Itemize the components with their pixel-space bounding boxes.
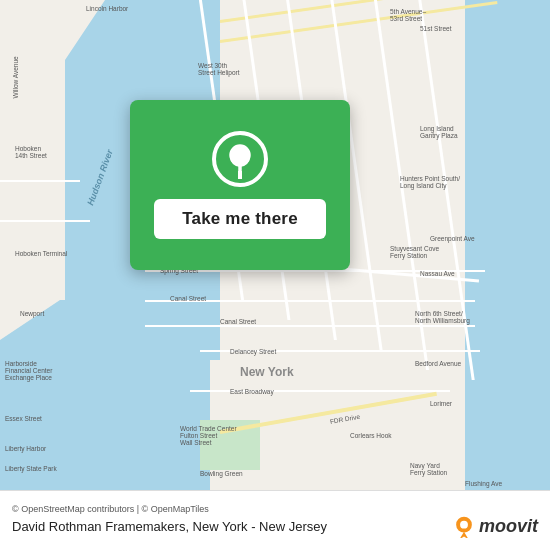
label-greenpoint: Greenpoint Ave <box>430 235 475 242</box>
label-corlears: Corlears Hook <box>350 432 392 439</box>
label-delancey: Delancey Street <box>230 348 276 355</box>
moovit-pin-icon <box>453 516 475 538</box>
moovit-logo: moovit <box>453 516 538 538</box>
label-north-6th: North 6th Street/North Williamsburg <box>415 310 470 324</box>
location-pin-icon <box>212 131 268 187</box>
label-nassau: Nassau Ave <box>420 270 455 277</box>
label-5th-avenue: 5th Avenue–53rd Street <box>390 8 426 22</box>
label-navy-yard: Navy YardFerry Station <box>410 462 447 476</box>
label-lincoln-harbor: Lincoln Harbor <box>86 5 128 12</box>
label-bowling-green: Bowling Green <box>200 470 243 477</box>
label-essex: Essex Street <box>5 415 42 422</box>
label-harborside: HarborsideFinancial CenterExchange Place <box>5 360 52 381</box>
svg-point-4 <box>236 151 244 159</box>
label-canal2: Canal Street <box>220 318 256 325</box>
east-river-water <box>465 0 550 490</box>
upper-bay-water <box>0 300 210 490</box>
label-willow: Willow Avenue <box>12 56 19 98</box>
label-canal1: Canal Street <box>170 295 206 302</box>
label-hoboken-terminal: Hoboken Terminal <box>15 250 67 257</box>
label-lorimer: Lorimer <box>430 400 452 407</box>
destination-label: David Rothman Framemakers, New York - Ne… <box>12 519 327 534</box>
label-newport: Newport <box>20 310 44 317</box>
road-canal2 <box>145 325 475 327</box>
label-51st: 51st Street <box>420 25 451 32</box>
label-world-trade: World Trade CenterFulton StreetWall Stre… <box>180 425 237 446</box>
label-west-30th: West 30thStreet Heliport <box>198 62 240 76</box>
map-container: Lincoln Harbor Willow Avenue Hoboken14th… <box>0 0 550 490</box>
road-east-broadway <box>190 390 450 392</box>
label-stuyvesant: Stuyvesant CoveFerry Station <box>390 245 439 259</box>
label-east-broadway: East Broadway <box>230 388 274 395</box>
svg-point-6 <box>460 520 468 528</box>
attribution-text: © OpenStreetMap contributors | © OpenMap… <box>12 504 538 514</box>
label-hoboken-14th: Hoboken14th Street <box>15 145 47 159</box>
footer-bottom: David Rothman Framemakers, New York - Ne… <box>12 516 538 538</box>
label-long-island-gantry: Long IslandGantry Plaza <box>420 125 458 139</box>
label-hunters-point: Hunters Point South/Long Island City <box>400 175 460 189</box>
take-me-there-button[interactable]: Take me there <box>154 199 326 239</box>
footer: © OpenStreetMap contributors | © OpenMap… <box>0 490 550 550</box>
navigation-card: Take me there <box>130 100 350 270</box>
road-nj2 <box>0 220 90 222</box>
label-new-york: New York <box>240 365 294 379</box>
label-liberty-harbor: Liberty Harbor <box>5 445 46 452</box>
moovit-brand-name: moovit <box>479 516 538 537</box>
label-flushing: Flushing Ave <box>465 480 502 487</box>
road-nj1 <box>0 180 80 182</box>
label-liberty-state: Liberty State Park <box>5 465 57 472</box>
label-bedford: Bedford Avenue <box>415 360 461 367</box>
